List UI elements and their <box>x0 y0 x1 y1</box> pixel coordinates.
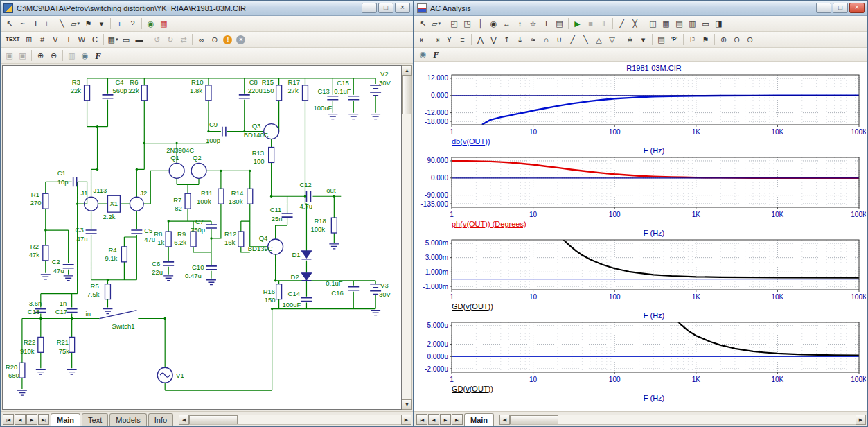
next-point-right-button[interactable]: ⇥ <box>429 33 443 46</box>
page-nav-button-3[interactable]: ▶| <box>452 414 463 425</box>
plot-canvas-1[interactable]: 12.0000.000-12.000-18.0001101001K10K100K <box>416 73 866 137</box>
zoom-out-button[interactable]: ⊖ <box>730 33 743 46</box>
cursor-mode[interactable]: ┼ <box>474 17 487 31</box>
plot-canvas-4[interactable]: 5.000u2.000u0.000u-2.000u1101001K10K100K <box>416 321 866 385</box>
vertical-tag-mode[interactable]: ↕ <box>513 17 526 31</box>
schematic-label-C1[interactable]: C1 <box>57 169 66 177</box>
line-mode[interactable]: ╱ <box>615 17 628 31</box>
info-badge[interactable]: ! <box>221 33 234 46</box>
title-block-toggle[interactable]: ▬ <box>132 33 145 46</box>
node-voltages-toggle[interactable]: V <box>48 33 62 46</box>
vertical-scroll-track[interactable] <box>402 76 412 399</box>
tab-main[interactable]: Main <box>464 413 494 426</box>
flag-tool[interactable]: ⚑ <box>82 17 95 31</box>
text-tool[interactable]: T <box>540 17 553 31</box>
scroll-left-button[interactable]: ◀ <box>499 415 510 425</box>
scroll-right-button[interactable]: ▶ <box>856 415 866 425</box>
border-toggle[interactable]: ▭ <box>119 33 132 46</box>
component-picker[interactable]: ▱▾ <box>429 17 443 31</box>
component-picker-dropdown[interactable]: ▾ <box>77 21 80 26</box>
scroll-right-button[interactable]: ▶ <box>401 415 411 425</box>
schematic-label-C16[interactable]: C16 <box>331 289 343 297</box>
schematic-label-J113[interactable]: J113 <box>94 186 107 194</box>
waveform-list-button[interactable]: ≡ <box>456 33 469 46</box>
schematic-label-Q3[interactable]: Q3 <box>252 122 261 130</box>
schematic-label-9.1k[interactable]: 9.1k <box>105 254 117 262</box>
maximize-button[interactable]: □ <box>378 3 393 13</box>
schematic-label-150[interactable]: 150 <box>265 296 276 304</box>
schematic-label-BD139C[interactable]: BD139C <box>248 245 273 252</box>
schematic-label-R5[interactable]: R5 <box>91 282 99 290</box>
schematic-label-C14[interactable]: C14 <box>288 290 300 297</box>
bottom-button[interactable]: ∪ <box>553 33 566 46</box>
page-nav-button-2[interactable]: ▶ <box>26 414 37 425</box>
schematic-label-0.1uF[interactable]: 0.1uF <box>334 87 351 95</box>
vertical-scrollbar[interactable]: ▲ ▼ <box>402 65 412 410</box>
schematic-label-30V[interactable]: 30V <box>379 290 391 298</box>
horizontal-panels-toggle[interactable]: ▤ <box>673 17 686 31</box>
schematic-label-47u[interactable]: 47u <box>77 235 88 243</box>
schematic-label-J1[interactable]: J1 <box>81 189 88 197</box>
node-numbers-toggle[interactable]: # <box>35 33 48 46</box>
schematic-label-R2[interactable]: R2 <box>30 243 39 250</box>
schematic-label-V1[interactable]: V1 <box>176 372 184 379</box>
trace-label[interactable]: ph(v(OUT)) (Degrees) <box>452 220 867 229</box>
schematic-label-C13[interactable]: C13 <box>317 87 329 95</box>
tab-main[interactable]: Main <box>51 413 80 426</box>
maximize-button[interactable]: □ <box>833 3 848 13</box>
trace-label[interactable]: db(v(OUT)) <box>452 137 867 146</box>
text-tool[interactable]: T <box>29 17 42 31</box>
page-nav-button-2[interactable]: ▶ <box>440 414 451 425</box>
performance-tag-mode[interactable]: ☆ <box>526 17 540 31</box>
zoom-auto-button[interactable]: ⊙ <box>743 33 756 46</box>
schematic-label-R20[interactable]: R20 <box>6 363 17 371</box>
tag-left-button[interactable]: ⚐ <box>686 33 699 46</box>
scroll-left-button[interactable]: ◀ <box>179 415 189 425</box>
point-tag-mode[interactable]: ◉ <box>487 17 500 31</box>
vertical-panels-toggle[interactable]: ▥ <box>686 17 699 31</box>
schematic-label-2N3904C[interactable]: 2N3904C <box>166 146 194 154</box>
schematic-label-R4[interactable]: R4 <box>108 246 116 254</box>
schematic-label-6.2k[interactable]: 6.2k <box>174 238 186 246</box>
minimize-button[interactable]: – <box>362 3 377 13</box>
schematic-label-R6[interactable]: R6 <box>130 78 138 86</box>
trace-label[interactable]: GD(v(OUT)) <box>452 302 867 311</box>
zoom-out-button[interactable]: ⊖ <box>47 49 60 62</box>
schematic-label-C5[interactable]: C5 <box>144 227 152 234</box>
schematic-label-100uF[interactable]: 100uF <box>313 104 332 112</box>
schematic-label-R13[interactable]: R13 <box>252 149 264 157</box>
page-nav-button-0[interactable]: |◀ <box>3 414 14 425</box>
schematic-label-C17[interactable]: C17 <box>55 308 67 315</box>
schematic-label-1k[interactable]: 1k <box>157 238 164 246</box>
select-tool[interactable]: ↖ <box>416 17 429 31</box>
schematic-label-C11[interactable]: C11 <box>270 206 282 214</box>
diagonal-wire-tool[interactable]: ╲ <box>55 17 69 31</box>
schematic-label-47k[interactable]: 47k <box>29 251 40 259</box>
schematic-label-R15[interactable]: R15 <box>262 78 274 86</box>
page-nav-button-0[interactable]: |◀ <box>416 414 427 425</box>
schematic-label-C2[interactable]: C2 <box>52 258 60 265</box>
text-attributes-button[interactable]: TEXT <box>3 33 22 46</box>
close-file-badge[interactable]: × <box>234 33 247 46</box>
schematic-label-1n[interactable]: 1n <box>60 299 67 307</box>
horizontal-scroll-thumb[interactable] <box>189 415 238 424</box>
scroll-up-button[interactable]: ▲ <box>402 65 412 76</box>
global-high-button[interactable]: △ <box>592 33 605 46</box>
schematic-label-R9[interactable]: R9 <box>177 230 186 238</box>
tab-models[interactable]: Models <box>109 413 146 426</box>
schematic-label-R10[interactable]: R10 <box>191 78 203 86</box>
trace-db-v-out[interactable] <box>483 96 859 125</box>
schematic-label-2.2k[interactable]: 2.2k <box>103 213 115 220</box>
zoom-region-mode[interactable]: ◰ <box>448 17 461 31</box>
schematic-label-out[interactable]: out <box>326 186 336 194</box>
grid-button-dropdown[interactable]: ▾ <box>116 37 118 42</box>
schematic-label-270[interactable]: 270 <box>30 199 42 207</box>
schematic-label-27k[interactable]: 27k <box>288 87 299 94</box>
schematic-label-220u[interactable]: 220u <box>248 87 263 94</box>
schematic-titlebar[interactable]: C:\MC9\DATA\Petrov\switching distortion\… <box>1 1 413 16</box>
schematic-label-C7[interactable]: C7 <box>195 218 204 225</box>
schematic-label-22u[interactable]: 22u <box>152 268 163 276</box>
schematic-label-Q1[interactable]: Q1 <box>170 154 179 162</box>
plot-canvas-3[interactable]: 5.000m3.000m1.000m-1.000m1101001K10K100K <box>416 238 866 302</box>
schematic-label-16k[interactable]: 16k <box>224 238 236 246</box>
